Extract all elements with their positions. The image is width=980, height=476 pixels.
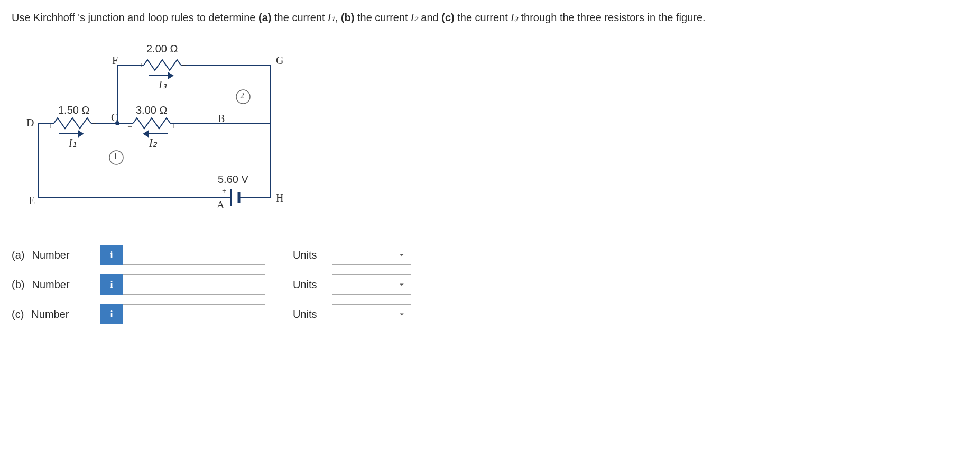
units-label-b: Units xyxy=(293,279,317,291)
svg-marker-7 xyxy=(144,131,148,136)
number-input-b[interactable] xyxy=(123,274,265,295)
r1-value: 1.50 Ω xyxy=(58,104,89,116)
voltage-value: 5.60 V xyxy=(218,173,248,186)
plus-batt: + xyxy=(222,187,226,195)
i1-label: I₁ xyxy=(69,136,77,149)
node-d-label: D xyxy=(26,117,34,129)
node-f-label: F xyxy=(112,54,118,67)
units-select-a[interactable] xyxy=(332,245,411,265)
node-a-label: A xyxy=(217,199,224,211)
r2-value: 3.00 Ω xyxy=(136,104,167,116)
number-input-a[interactable] xyxy=(123,245,265,265)
info-icon[interactable]: i xyxy=(100,245,123,265)
part-a-label: (a) Number xyxy=(12,249,91,261)
node-b-label: B xyxy=(218,113,225,125)
info-icon[interactable]: i xyxy=(100,304,123,324)
node-c-label: C xyxy=(111,112,118,124)
units-select-c[interactable] xyxy=(332,304,411,324)
answer-row-c: (c) Number i Units xyxy=(12,304,968,324)
part-c-label: (c) Number xyxy=(12,308,91,321)
question-text: Use Kirchhoff 's junction and loop rules… xyxy=(12,10,968,26)
plus-r1: + xyxy=(49,122,53,131)
answers-section: (a) Number i Units (b) Number i Units (c… xyxy=(12,245,968,324)
node-e-label: E xyxy=(29,195,35,207)
i3-label: I₃ xyxy=(159,78,167,91)
minus-batt: – xyxy=(242,187,245,195)
plus-r2: + xyxy=(172,122,176,131)
answer-row-b: (b) Number i Units xyxy=(12,274,968,295)
r3-value: 2.00 Ω xyxy=(146,43,178,55)
minus-r1: – xyxy=(93,119,96,127)
number-input-c[interactable] xyxy=(123,304,265,324)
node-h-label: H xyxy=(276,192,283,204)
info-icon[interactable]: i xyxy=(100,274,123,295)
units-label-c: Units xyxy=(293,308,317,321)
plus-r3: + xyxy=(140,61,144,69)
part-b-label: (b) Number xyxy=(12,279,91,291)
units-label-a: Units xyxy=(293,249,317,261)
i2-label: I₂ xyxy=(149,136,157,149)
node-g-label: G xyxy=(276,54,283,67)
minus-r2: – xyxy=(128,122,132,131)
units-select-b[interactable] xyxy=(332,274,411,295)
loop1-label: 1 xyxy=(113,152,117,161)
svg-marker-5 xyxy=(79,131,83,136)
answer-row-a: (a) Number i Units xyxy=(12,245,968,265)
svg-marker-3 xyxy=(169,73,173,78)
loop2-label: 2 xyxy=(240,91,244,100)
circuit-figure: F G D C B E A H 2.00 Ω 1.50 Ω 3.00 Ω 5.6… xyxy=(22,39,286,213)
minus-r3: – xyxy=(182,61,186,69)
